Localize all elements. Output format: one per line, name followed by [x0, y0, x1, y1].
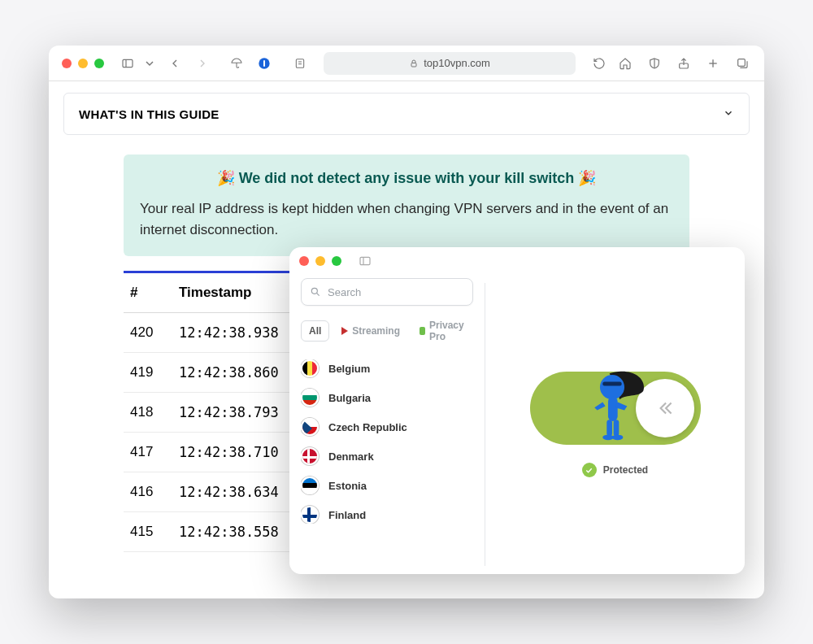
- vpn-zoom-button[interactable]: [332, 256, 341, 266]
- svg-rect-7: [411, 63, 416, 67]
- browser-window: top10vpn.com WHAT'S IN THIS GUIDE 🎉 We d…: [49, 46, 764, 598]
- svg-point-15: [311, 288, 317, 294]
- svg-rect-21: [613, 420, 619, 436]
- col-num: #: [124, 273, 172, 313]
- country-item-cz[interactable]: Czech Republic: [301, 418, 473, 436]
- country-item-dk[interactable]: Denmark: [301, 447, 473, 465]
- back-button[interactable]: [166, 54, 184, 72]
- country-label: Finland: [328, 509, 366, 521]
- country-label: Belgium: [328, 363, 370, 375]
- reload-button[interactable]: [590, 54, 608, 72]
- flag-icon: [301, 506, 319, 524]
- vpn-app-window: Search All Streaming Privacy Pro Belgium…: [289, 247, 745, 574]
- new-tab-button[interactable]: [704, 54, 722, 72]
- guide-toc-toggle[interactable]: WHAT'S IN THIS GUIDE: [63, 93, 750, 135]
- home-button[interactable]: [616, 54, 634, 72]
- cell-num: 417: [124, 432, 172, 472]
- svg-rect-12: [738, 59, 746, 66]
- vpn-status-panel: Protected: [485, 275, 745, 574]
- chevron-down-icon: [723, 107, 734, 121]
- tabs-overview-button[interactable]: [733, 54, 751, 72]
- umbrella-extension-icon[interactable]: [228, 54, 246, 72]
- status-label: Protected: [603, 464, 648, 476]
- flag-icon: [301, 447, 319, 465]
- search-placeholder: Search: [328, 286, 361, 298]
- vpn-server-panel: Search All Streaming Privacy Pro Belgium…: [289, 275, 485, 574]
- svg-point-22: [602, 435, 613, 441]
- country-item-fi[interactable]: Finland: [301, 506, 473, 524]
- address-bar[interactable]: top10vpn.com: [324, 52, 576, 75]
- tab-group-dropdown[interactable]: [145, 54, 154, 72]
- country-label: Estonia: [328, 480, 367, 492]
- country-list: BelgiumBulgariaCzech RepublicDenmarkEsto…: [301, 359, 473, 524]
- mascot-icon: [582, 367, 650, 442]
- cell-num: 418: [124, 392, 172, 432]
- flag-icon: [301, 476, 319, 494]
- svg-rect-20: [606, 420, 612, 436]
- check-icon: [582, 463, 597, 477]
- minimize-window-button[interactable]: [78, 59, 88, 68]
- svg-rect-0: [123, 59, 133, 67]
- svg-rect-4: [296, 59, 303, 67]
- share-button[interactable]: [675, 54, 693, 72]
- cell-num: 419: [124, 352, 172, 392]
- privacy-report-button[interactable]: [291, 54, 309, 72]
- search-icon: [310, 286, 321, 298]
- country-item-be[interactable]: Belgium: [301, 359, 473, 377]
- forward-button[interactable]: [193, 54, 211, 72]
- vpn-search-input[interactable]: Search: [301, 278, 473, 306]
- result-title: 🎉 We did not detect any issue with your …: [140, 169, 673, 187]
- vpn-sidebar-icon[interactable]: [356, 252, 374, 270]
- play-icon: [341, 327, 348, 335]
- flag-icon: [301, 359, 319, 377]
- guide-banner-label: WHAT'S IN THIS GUIDE: [79, 107, 220, 121]
- tab-all[interactable]: All: [301, 320, 329, 342]
- country-label: Czech Republic: [328, 421, 407, 433]
- vpn-titlebar: [289, 247, 745, 275]
- vpn-close-button[interactable]: [299, 256, 309, 266]
- cell-num: 420: [124, 312, 172, 352]
- country-item-bg[interactable]: Bulgaria: [301, 389, 473, 407]
- svg-line-16: [316, 293, 319, 295]
- window-controls: [62, 59, 104, 68]
- country-label: Bulgaria: [328, 392, 371, 404]
- result-description: Your real IP address is kept hidden when…: [140, 198, 673, 242]
- cell-num: 416: [124, 472, 172, 511]
- shield-icon[interactable]: [646, 54, 663, 72]
- svg-rect-13: [360, 257, 370, 264]
- url-text: top10vpn.com: [424, 57, 490, 69]
- sidebar-toggle-button[interactable]: [119, 54, 137, 72]
- lock-icon: [409, 59, 419, 68]
- tab-streaming[interactable]: Streaming: [334, 321, 407, 341]
- vpn-filter-tabs: All Streaming Privacy Pro: [301, 315, 473, 346]
- browser-toolbar: top10vpn.com: [49, 46, 764, 81]
- flag-icon: [301, 418, 319, 436]
- country-label: Denmark: [328, 450, 374, 463]
- country-item-ee[interactable]: Estonia: [301, 476, 473, 494]
- vpn-status: Protected: [582, 463, 648, 477]
- close-window-button[interactable]: [62, 59, 72, 68]
- zoom-window-button[interactable]: [94, 59, 104, 68]
- cell-num: 415: [124, 511, 172, 551]
- svg-rect-18: [602, 381, 621, 385]
- kill-switch-result-box: 🎉 We did not detect any issue with your …: [124, 154, 689, 256]
- vpn-connection-toggle[interactable]: [530, 372, 701, 445]
- flag-icon: [301, 389, 319, 407]
- svg-rect-3: [263, 60, 265, 67]
- svg-rect-19: [607, 397, 617, 421]
- vpn-minimize-button[interactable]: [315, 256, 325, 266]
- lock-icon: [420, 327, 425, 335]
- svg-point-17: [599, 375, 624, 399]
- svg-point-23: [611, 435, 622, 441]
- tab-privacy-pro[interactable]: Privacy Pro: [412, 315, 474, 346]
- 1password-extension-icon[interactable]: [255, 54, 273, 72]
